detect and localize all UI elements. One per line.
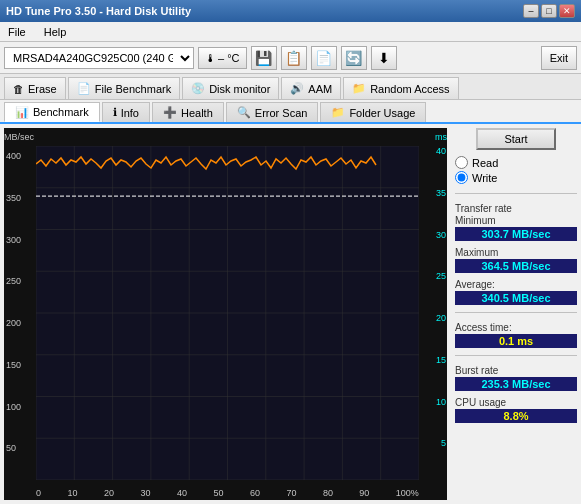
exit-button[interactable]: Exit <box>541 46 577 70</box>
health-icon: ➕ <box>163 106 177 119</box>
read-radio[interactable] <box>455 156 468 169</box>
info-icon: ℹ <box>113 106 117 119</box>
mode-radio-group: Read Write <box>455 154 577 186</box>
temperature-button[interactable]: 🌡 – °C <box>198 47 247 69</box>
save2-icon-button[interactable]: 📋 <box>281 46 307 70</box>
tab-aam[interactable]: 🔊 AAM <box>281 77 341 99</box>
window-title: HD Tune Pro 3.50 - Hard Disk Utility <box>6 5 191 17</box>
save-icon-button[interactable]: 💾 <box>251 46 277 70</box>
right-panel: Start Read Write Transfer rate Minimum 3… <box>451 124 581 504</box>
access-time-value: 0.1 ms <box>455 334 577 348</box>
benchmark-icon: 📊 <box>15 106 29 119</box>
chart-area: MB/sec ms 400 350 300 250 200 150 100 50… <box>4 128 447 500</box>
tab-file-benchmark[interactable]: 📄 File Benchmark <box>68 77 180 99</box>
close-button[interactable]: ✕ <box>559 4 575 18</box>
minimize-button[interactable]: – <box>523 4 539 18</box>
random-access-icon: 📁 <box>352 82 366 95</box>
cpu-usage-value: 8.8% <box>455 409 577 423</box>
refresh-icon-button[interactable]: 🔄 <box>341 46 367 70</box>
thermometer-icon: 🌡 <box>205 52 216 64</box>
divider-3 <box>455 355 577 356</box>
disk-monitor-icon: 💿 <box>191 82 205 95</box>
toolbar: MRSAD4A240GC925C00 (240 GB) 🌡 – °C 💾 📋 📄… <box>0 42 581 74</box>
burst-rate-section: Burst rate 235.3 MB/sec <box>455 365 577 391</box>
maximize-button[interactable]: □ <box>541 4 557 18</box>
average-value: 340.5 MB/sec <box>455 291 577 305</box>
maximum-label: Maximum <box>455 247 577 258</box>
y-axis-left: 400 350 300 250 200 150 100 50 <box>4 146 34 480</box>
menu-help[interactable]: Help <box>40 25 71 39</box>
tab-bar-2: 📊 Benchmark ℹ Info ➕ Health 🔍 Error Scan… <box>0 100 581 124</box>
read-radio-label[interactable]: Read <box>455 156 577 169</box>
mb-unit-label: MB/sec <box>4 132 34 142</box>
write-radio-label[interactable]: Write <box>455 171 577 184</box>
title-bar: HD Tune Pro 3.50 - Hard Disk Utility – □… <box>0 0 581 22</box>
error-scan-icon: 🔍 <box>237 106 251 119</box>
copy-icon-button[interactable]: 📄 <box>311 46 337 70</box>
cpu-usage-section: CPU usage 8.8% <box>455 397 577 423</box>
benchmark-chart <box>36 146 419 480</box>
folder-usage-icon: 📁 <box>331 106 345 119</box>
tab-random-access[interactable]: 📁 Random Access <box>343 77 458 99</box>
tab-benchmark[interactable]: 📊 Benchmark <box>4 102 100 122</box>
access-time-section: Access time: 0.1 ms <box>455 322 577 348</box>
tab-error-scan[interactable]: 🔍 Error Scan <box>226 102 319 122</box>
transfer-rate-label: Transfer rate <box>455 203 577 214</box>
average-label: Average: <box>455 279 577 290</box>
tab-bar-1: 🗑 Erase 📄 File Benchmark 💿 Disk monitor … <box>0 74 581 100</box>
burst-rate-value: 235.3 MB/sec <box>455 377 577 391</box>
write-radio[interactable] <box>455 171 468 184</box>
divider-2 <box>455 312 577 313</box>
x-axis-labels: 0 10 20 30 40 50 60 70 80 90 100% <box>36 488 419 498</box>
tab-health[interactable]: ➕ Health <box>152 102 224 122</box>
burst-rate-label: Burst rate <box>455 365 577 376</box>
tab-erase[interactable]: 🗑 Erase <box>4 77 66 99</box>
ms-unit-label: ms <box>435 132 447 142</box>
divider-1 <box>455 193 577 194</box>
cpu-usage-label: CPU usage <box>455 397 577 408</box>
file-benchmark-icon: 📄 <box>77 82 91 95</box>
tab-folder-usage[interactable]: 📁 Folder Usage <box>320 102 426 122</box>
minimum-label: Minimum <box>455 215 577 226</box>
minimum-value: 303.7 MB/sec <box>455 227 577 241</box>
access-time-label: Access time: <box>455 322 577 333</box>
menu-file[interactable]: File <box>4 25 30 39</box>
down-icon-button[interactable]: ⬇ <box>371 46 397 70</box>
erase-icon: 🗑 <box>13 83 24 95</box>
transfer-rate-section: Transfer rate Minimum 303.7 MB/sec <box>455 203 577 241</box>
tab-disk-monitor[interactable]: 💿 Disk monitor <box>182 77 279 99</box>
y-axis-right: 40 35 30 25 20 15 10 5 <box>421 146 447 480</box>
maximum-section: Maximum 364.5 MB/sec <box>455 247 577 273</box>
average-section: Average: 340.5 MB/sec <box>455 279 577 305</box>
maximum-value: 364.5 MB/sec <box>455 259 577 273</box>
menu-bar: File Help <box>0 22 581 42</box>
main-content: MB/sec ms 400 350 300 250 200 150 100 50… <box>0 124 581 504</box>
start-button[interactable]: Start <box>476 128 556 150</box>
tab-info[interactable]: ℹ Info <box>102 102 150 122</box>
drive-selector[interactable]: MRSAD4A240GC925C00 (240 GB) <box>4 47 194 69</box>
aam-icon: 🔊 <box>290 82 304 95</box>
window-controls: – □ ✕ <box>523 4 575 18</box>
